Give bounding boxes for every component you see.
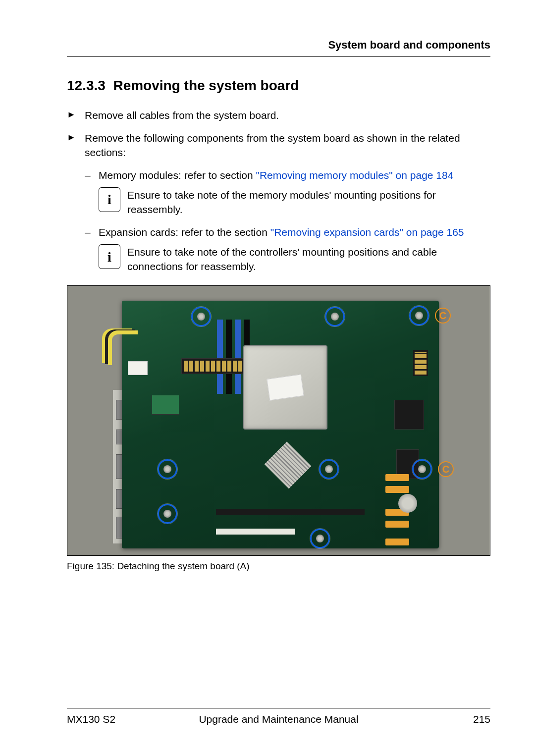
step-text: Remove the following components from the… — [85, 131, 490, 160]
sub-item-body: Memory modules: refer to section "Removi… — [99, 168, 490, 182]
header-title: System board and components — [328, 39, 490, 51]
callout-label: C — [438, 461, 454, 477]
screw-marker — [191, 307, 211, 326]
step-marker-icon: ► — [67, 131, 85, 143]
info-note: i Ensure to take note of the controllers… — [99, 244, 490, 273]
page-header: System board and components — [67, 39, 490, 57]
callout-label: C — [435, 308, 451, 324]
info-icon: i — [99, 187, 120, 212]
screw-marker — [412, 459, 432, 479]
info-text: Ensure to take note of the controllers' … — [127, 244, 490, 273]
footer-product: MX130 S2 — [67, 713, 115, 725]
info-text: Ensure to take note of the memory module… — [127, 187, 490, 216]
cross-reference-link[interactable]: "Removing memory modules" on page 184 — [256, 169, 453, 181]
section-title: Removing the system board — [113, 78, 299, 93]
screw-marker — [158, 504, 177, 524]
step-item: ► Remove the following components from t… — [67, 131, 490, 160]
screw-marker — [310, 529, 330, 548]
sub-item-body: Expansion cards: refer to the section "R… — [99, 225, 490, 239]
page-footer: MX130 S2 Upgrade and Maintenance Manual … — [67, 708, 490, 725]
screw-marker — [325, 307, 345, 326]
info-icon: i — [99, 244, 120, 269]
screw-marker — [158, 459, 177, 479]
sub-item-prefix: Expansion cards: refer to the section — [99, 226, 270, 238]
step-item: ► Remove all cables from the system boar… — [67, 108, 490, 122]
section-number: 12.3.3 — [67, 78, 106, 93]
page-content: System board and components 12.3.3 Remov… — [0, 0, 535, 756]
sub-item: – Expansion cards: refer to the section … — [85, 225, 490, 239]
screw-marker — [409, 306, 429, 325]
system-board-photo: C C — [67, 285, 490, 556]
info-note: i Ensure to take note of the memory modu… — [99, 187, 490, 216]
footer-doc-title: Upgrade and Maintenance Manual — [199, 713, 358, 725]
step-text: Remove all cables from the system board. — [85, 108, 490, 122]
figure-caption: Figure 135: Detaching the system board (… — [67, 561, 490, 572]
footer-page-number: 215 — [473, 713, 490, 725]
step-marker-icon: ► — [67, 108, 85, 120]
sub-item-prefix: Memory modules: refer to section — [99, 169, 256, 181]
sub-item: – Memory modules: refer to section "Remo… — [85, 168, 490, 182]
dash-marker-icon: – — [85, 168, 99, 182]
screw-marker — [319, 459, 339, 479]
cross-reference-link[interactable]: "Removing expansion cards" on page 165 — [270, 226, 464, 238]
figure: C C Figure 135: Detaching the system boa… — [67, 285, 490, 572]
section-heading: 12.3.3 Removing the system board — [67, 78, 490, 94]
dash-marker-icon: – — [85, 225, 99, 239]
